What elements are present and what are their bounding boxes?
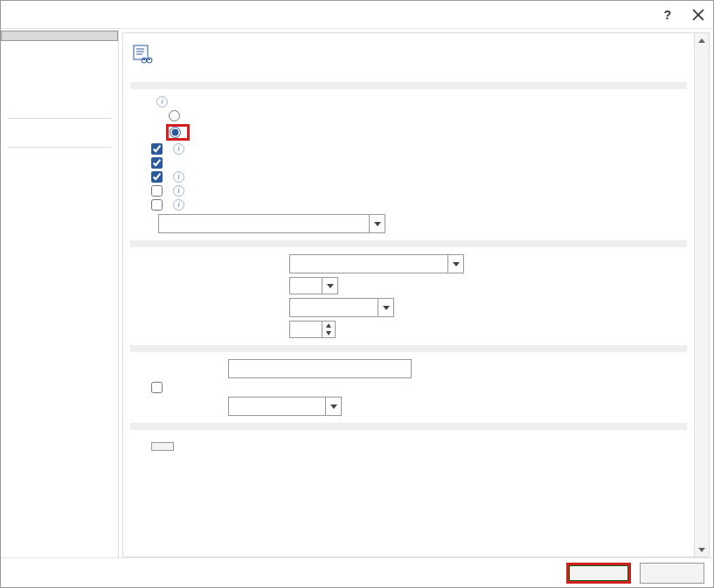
info-icon[interactable] (173, 199, 184, 211)
default-font-select[interactable] (289, 254, 464, 273)
ok-button-label (569, 565, 628, 581)
radio-compat-row[interactable] (169, 124, 687, 141)
svg-point-9 (149, 59, 150, 60)
help-button[interactable]: ? (663, 8, 671, 22)
chevron-down-icon (378, 299, 393, 316)
intro-row (130, 38, 687, 75)
scrollbar[interactable] (694, 33, 709, 557)
show-quick-row[interactable] (151, 157, 687, 169)
body (1, 29, 713, 557)
info-icon[interactable] (173, 143, 184, 155)
live-preview-row[interactable] (151, 171, 687, 183)
sidebar-item-customize-ribbon[interactable] (1, 122, 118, 133)
privacy-group (130, 437, 687, 451)
main-panel (123, 33, 694, 557)
footer (1, 557, 713, 587)
radio-best-row[interactable] (169, 110, 687, 121)
svg-marker-12 (327, 284, 334, 288)
checkbox-always-use-values[interactable] (151, 382, 163, 393)
section-newwb (130, 240, 687, 247)
collapse-ribbon-row[interactable] (151, 185, 687, 197)
chevron-down-icon (369, 215, 385, 232)
section-ui (130, 82, 687, 89)
sidebar-item-advanced[interactable] (1, 104, 118, 114)
cancel-button[interactable] (640, 563, 704, 584)
checkbox-live-preview[interactable] (151, 171, 163, 183)
show-mini-row[interactable] (151, 143, 687, 155)
spinner-buttons[interactable] (322, 322, 335, 337)
scroll-up-icon[interactable] (695, 33, 709, 48)
sidebar-item-save[interactable] (1, 73, 118, 83)
screentip-select[interactable] (158, 214, 385, 233)
always-use-row[interactable] (151, 382, 687, 393)
svg-marker-16 (330, 405, 337, 409)
sidebar (1, 29, 119, 557)
close-button[interactable] (692, 9, 704, 21)
svg-point-8 (143, 59, 145, 60)
sidebar-item-language[interactable] (1, 83, 118, 93)
office-theme-select[interactable] (228, 397, 342, 416)
excel-options-window: ? (0, 0, 714, 588)
sidebar-separator (8, 147, 111, 148)
chevron-down-icon (325, 398, 341, 415)
options-icon (132, 44, 153, 65)
chevron-down-icon (447, 255, 463, 273)
personalize-group (130, 359, 687, 416)
collapse-search-row[interactable] (151, 199, 687, 211)
newwb-group (130, 254, 687, 338)
sidebar-item-proofing[interactable] (1, 62, 118, 73)
default-view-select[interactable] (289, 298, 394, 317)
checkbox-mini-toolbar[interactable] (151, 143, 163, 155)
sheets-count-spinner[interactable] (289, 321, 336, 338)
ui-options-group (130, 96, 687, 233)
info-icon[interactable] (173, 171, 184, 183)
highlight-box-compatibility (166, 124, 190, 141)
sidebar-item-ease-of-access[interactable] (1, 93, 118, 104)
checkbox-collapse-search[interactable] (151, 199, 163, 211)
chevron-down-icon (322, 278, 337, 294)
sidebar-item-quick-access-toolbar[interactable] (1, 133, 118, 143)
sidebar-item-trust-center[interactable] (1, 162, 118, 172)
section-privacy (130, 423, 687, 430)
radio-best-appearance[interactable] (169, 110, 180, 121)
info-icon[interactable] (156, 96, 168, 107)
sidebar-item-add-ins[interactable] (1, 151, 118, 162)
close-icon (692, 9, 704, 21)
sidebar-item-data[interactable] (1, 52, 118, 62)
ok-button[interactable] (566, 563, 631, 584)
svg-marker-17 (698, 38, 705, 43)
info-icon[interactable] (173, 185, 184, 197)
main-wrap (122, 32, 710, 557)
sidebar-separator (8, 118, 111, 119)
sidebar-item-general[interactable] (1, 31, 118, 41)
section-personalize (130, 345, 687, 352)
user-name-input[interactable] (228, 359, 412, 378)
screentip-row (151, 214, 687, 233)
svg-rect-2 (134, 45, 148, 59)
spinner-up-icon[interactable] (322, 322, 335, 329)
titlebar: ? (1, 1, 713, 29)
checkbox-quick-analysis[interactable] (151, 157, 163, 169)
svg-marker-18 (698, 548, 705, 552)
sidebar-item-formulas[interactable] (1, 41, 118, 52)
svg-marker-15 (326, 331, 331, 336)
svg-marker-13 (383, 306, 390, 310)
scroll-down-icon[interactable] (695, 542, 709, 557)
multi-displays-label-row (151, 96, 687, 107)
spinner-down-icon[interactable] (322, 329, 335, 337)
privacy-settings-button[interactable] (151, 442, 174, 451)
font-size-select[interactable] (289, 277, 338, 294)
svg-marker-10 (374, 222, 381, 226)
radio-compatibility[interactable] (170, 127, 181, 138)
svg-marker-14 (326, 323, 331, 328)
svg-marker-11 (453, 262, 460, 266)
checkbox-collapse-ribbon[interactable] (151, 185, 163, 197)
